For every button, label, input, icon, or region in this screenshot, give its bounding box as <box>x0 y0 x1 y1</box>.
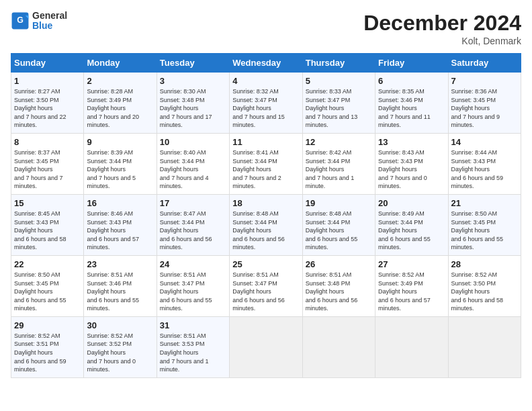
day-number: 11 <box>232 137 299 147</box>
cell-info: Sunrise: 8:45 AM Sunset: 3:43 PM Dayligh… <box>14 210 81 252</box>
calendar-cell: 10 Sunrise: 8:40 AM Sunset: 3:44 PM Dayl… <box>157 133 229 194</box>
calendar-cell: 15 Sunrise: 8:45 AM Sunset: 3:43 PM Dayl… <box>11 194 84 255</box>
calendar-cell: 2 Sunrise: 8:28 AM Sunset: 3:49 PM Dayli… <box>84 73 157 134</box>
day-header-wednesday: Wednesday <box>230 54 302 73</box>
day-number: 30 <box>87 320 153 330</box>
logo: G General Blue <box>11 11 67 32</box>
cell-info: Sunrise: 8:35 AM Sunset: 3:46 PM Dayligh… <box>378 87 445 130</box>
calendar-cell: 17 Sunrise: 8:47 AM Sunset: 3:44 PM Dayl… <box>157 194 229 255</box>
calendar-cell: 7 Sunrise: 8:36 AM Sunset: 3:45 PM Dayli… <box>448 73 521 134</box>
calendar-cell: 26 Sunrise: 8:51 AM Sunset: 3:48 PM Dayl… <box>302 255 375 316</box>
cell-info: Sunrise: 8:52 AM Sunset: 3:52 PM Dayligh… <box>87 332 153 374</box>
day-number: 5 <box>306 76 372 86</box>
calendar-table: SundayMondayTuesdayWednesdayThursdayFrid… <box>11 53 521 378</box>
day-number: 19 <box>306 198 372 208</box>
calendar-cell: 31 Sunrise: 8:51 AM Sunset: 3:53 PM Dayl… <box>157 316 229 377</box>
day-number: 8 <box>14 137 81 147</box>
cell-info: Sunrise: 8:42 AM Sunset: 3:44 PM Dayligh… <box>306 148 372 191</box>
cell-info: Sunrise: 8:51 AM Sunset: 3:53 PM Dayligh… <box>160 332 226 374</box>
day-number: 7 <box>451 76 518 86</box>
cell-info: Sunrise: 8:51 AM Sunset: 3:47 PM Dayligh… <box>160 271 226 313</box>
day-header-thursday: Thursday <box>302 54 375 73</box>
calendar-cell: 28 Sunrise: 8:52 AM Sunset: 3:50 PM Dayl… <box>448 255 521 316</box>
calendar-cell: 6 Sunrise: 8:35 AM Sunset: 3:46 PM Dayli… <box>375 73 448 134</box>
calendar-cell: 24 Sunrise: 8:51 AM Sunset: 3:47 PM Dayl… <box>157 255 229 316</box>
day-number: 12 <box>306 137 372 147</box>
cell-info: Sunrise: 8:47 AM Sunset: 3:44 PM Dayligh… <box>160 210 226 252</box>
calendar-cell: 21 Sunrise: 8:50 AM Sunset: 3:45 PM Dayl… <box>448 194 521 255</box>
cell-info: Sunrise: 8:44 AM Sunset: 3:43 PM Dayligh… <box>451 148 518 191</box>
cell-info: Sunrise: 8:49 AM Sunset: 3:44 PM Dayligh… <box>378 210 445 252</box>
day-number: 17 <box>160 198 226 208</box>
calendar-week-3: 15 Sunrise: 8:45 AM Sunset: 3:43 PM Dayl… <box>11 194 521 255</box>
calendar-cell: 19 Sunrise: 8:48 AM Sunset: 3:44 PM Dayl… <box>302 194 375 255</box>
cell-info: Sunrise: 8:52 AM Sunset: 3:51 PM Dayligh… <box>14 332 81 374</box>
calendar-cell <box>375 316 448 377</box>
cell-info: Sunrise: 8:32 AM Sunset: 3:47 PM Dayligh… <box>232 87 299 130</box>
calendar-cell: 30 Sunrise: 8:52 AM Sunset: 3:52 PM Dayl… <box>84 316 157 377</box>
day-number: 21 <box>451 198 518 208</box>
cell-info: Sunrise: 8:41 AM Sunset: 3:44 PM Dayligh… <box>232 148 299 191</box>
day-number: 29 <box>14 320 81 330</box>
cell-info: Sunrise: 8:39 AM Sunset: 3:44 PM Dayligh… <box>87 148 153 191</box>
day-number: 9 <box>87 137 153 147</box>
day-number: 2 <box>87 76 153 86</box>
logo-text: General Blue <box>32 11 67 32</box>
day-number: 3 <box>160 76 226 86</box>
day-header-sunday: Sunday <box>11 54 84 73</box>
calendar-cell: 12 Sunrise: 8:42 AM Sunset: 3:44 PM Dayl… <box>302 133 375 194</box>
day-number: 27 <box>378 259 445 269</box>
calendar-cell: 27 Sunrise: 8:52 AM Sunset: 3:49 PM Dayl… <box>375 255 448 316</box>
calendar-week-1: 1 Sunrise: 8:27 AM Sunset: 3:50 PM Dayli… <box>11 73 521 134</box>
calendar-cell <box>448 316 521 377</box>
cell-info: Sunrise: 8:50 AM Sunset: 3:45 PM Dayligh… <box>14 271 81 313</box>
day-number: 23 <box>87 259 153 269</box>
title-block: December 2024 Kolt, Denmark <box>363 11 521 46</box>
calendar-week-4: 22 Sunrise: 8:50 AM Sunset: 3:45 PM Dayl… <box>11 255 521 316</box>
calendar-cell: 20 Sunrise: 8:49 AM Sunset: 3:44 PM Dayl… <box>375 194 448 255</box>
cell-info: Sunrise: 8:50 AM Sunset: 3:45 PM Dayligh… <box>451 210 518 252</box>
calendar-cell: 9 Sunrise: 8:39 AM Sunset: 3:44 PM Dayli… <box>84 133 157 194</box>
calendar-cell: 11 Sunrise: 8:41 AM Sunset: 3:44 PM Dayl… <box>230 133 302 194</box>
day-number: 25 <box>232 259 299 269</box>
calendar-cell: 8 Sunrise: 8:37 AM Sunset: 3:45 PM Dayli… <box>11 133 84 194</box>
cell-info: Sunrise: 8:28 AM Sunset: 3:49 PM Dayligh… <box>87 87 153 130</box>
day-header-monday: Monday <box>84 54 157 73</box>
calendar-cell: 1 Sunrise: 8:27 AM Sunset: 3:50 PM Dayli… <box>11 73 84 134</box>
calendar-header-row: SundayMondayTuesdayWednesdayThursdayFrid… <box>11 54 521 73</box>
day-header-saturday: Saturday <box>448 54 521 73</box>
calendar-cell: 5 Sunrise: 8:33 AM Sunset: 3:47 PM Dayli… <box>302 73 375 134</box>
calendar-cell: 14 Sunrise: 8:44 AM Sunset: 3:43 PM Dayl… <box>448 133 521 194</box>
cell-info: Sunrise: 8:37 AM Sunset: 3:45 PM Dayligh… <box>14 148 81 191</box>
calendar-week-2: 8 Sunrise: 8:37 AM Sunset: 3:45 PM Dayli… <box>11 133 521 194</box>
day-number: 14 <box>451 137 518 147</box>
cell-info: Sunrise: 8:52 AM Sunset: 3:49 PM Dayligh… <box>378 271 445 313</box>
page-header: G General Blue December 2024 Kolt, Denma… <box>11 11 521 46</box>
cell-info: Sunrise: 8:48 AM Sunset: 3:44 PM Dayligh… <box>306 210 372 252</box>
day-number: 24 <box>160 259 226 269</box>
day-number: 4 <box>232 76 299 86</box>
cell-info: Sunrise: 8:40 AM Sunset: 3:44 PM Dayligh… <box>160 148 226 191</box>
calendar-cell: 29 Sunrise: 8:52 AM Sunset: 3:51 PM Dayl… <box>11 316 84 377</box>
day-number: 16 <box>87 198 153 208</box>
cell-info: Sunrise: 8:51 AM Sunset: 3:48 PM Dayligh… <box>306 271 372 313</box>
logo-icon: G <box>11 11 30 30</box>
day-number: 1 <box>14 76 81 86</box>
calendar-cell: 13 Sunrise: 8:43 AM Sunset: 3:43 PM Dayl… <box>375 133 448 194</box>
day-header-tuesday: Tuesday <box>157 54 229 73</box>
location: Kolt, Denmark <box>363 36 521 46</box>
calendar-cell: 4 Sunrise: 8:32 AM Sunset: 3:47 PM Dayli… <box>230 73 302 134</box>
day-number: 10 <box>160 137 226 147</box>
calendar-cell: 22 Sunrise: 8:50 AM Sunset: 3:45 PM Dayl… <box>11 255 84 316</box>
calendar-cell: 16 Sunrise: 8:46 AM Sunset: 3:43 PM Dayl… <box>84 194 157 255</box>
cell-info: Sunrise: 8:46 AM Sunset: 3:43 PM Dayligh… <box>87 210 153 252</box>
calendar-cell <box>230 316 302 377</box>
month-title: December 2024 <box>363 11 521 36</box>
calendar-cell: 18 Sunrise: 8:48 AM Sunset: 3:44 PM Dayl… <box>230 194 302 255</box>
cell-info: Sunrise: 8:30 AM Sunset: 3:48 PM Dayligh… <box>160 87 226 130</box>
cell-info: Sunrise: 8:36 AM Sunset: 3:45 PM Dayligh… <box>451 87 518 130</box>
day-number: 20 <box>378 198 445 208</box>
cell-info: Sunrise: 8:27 AM Sunset: 3:50 PM Dayligh… <box>14 87 81 130</box>
day-number: 15 <box>14 198 81 208</box>
svg-text:G: G <box>17 16 24 26</box>
